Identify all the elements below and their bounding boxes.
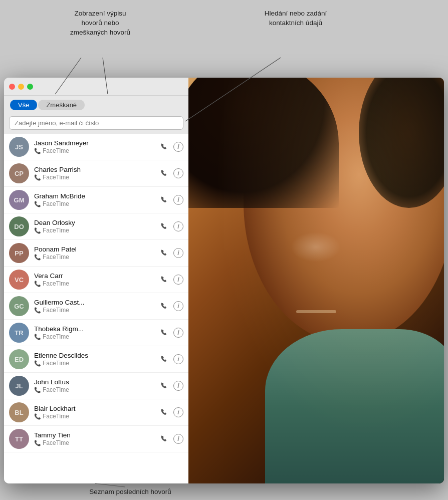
- contact-subtitle-8: 📞 FaceTime: [34, 333, 158, 340]
- contact-subtitle-3: 📞 FaceTime: [34, 200, 158, 207]
- call-button-3[interactable]: [158, 194, 169, 205]
- call-button-7[interactable]: [158, 301, 169, 312]
- contact-info-6: Vera Carr 📞 FaceTime: [34, 272, 158, 287]
- contact-row-2[interactable]: CP Charles Parrish 📞 FaceTime i: [4, 160, 188, 187]
- minimize-button[interactable]: [18, 84, 24, 90]
- contact-name-5: Poonam Patel: [34, 245, 158, 253]
- contact-subtitle-7: 📞 FaceTime: [34, 307, 158, 314]
- contact-subtitle-6: 📞 FaceTime: [34, 280, 158, 287]
- search-input[interactable]: [9, 116, 183, 130]
- call-button-1[interactable]: [158, 141, 169, 152]
- info-button-11[interactable]: i: [173, 407, 183, 417]
- info-button-6[interactable]: i: [173, 275, 183, 285]
- contact-info-7: Guillermo Cast... 📞 FaceTime: [34, 299, 158, 314]
- contact-info-12: Tammy Tien 📞 FaceTime: [34, 431, 158, 446]
- contact-subtitle-2: 📞 FaceTime: [34, 174, 158, 181]
- contact-name-8: Thobeka Rigm...: [34, 325, 158, 333]
- contact-actions-7: i: [158, 301, 183, 312]
- contact-info-8: Thobeka Rigm... 📞 FaceTime: [34, 325, 158, 340]
- annotation-calls: Zobrazení výpisu hovorů nebo zmeškaných …: [60, 9, 140, 38]
- contact-row-10[interactable]: JL John Loftus 📞 FaceTime i: [4, 373, 188, 399]
- contact-row-5[interactable]: PP Poonam Patel 📞 FaceTime i: [4, 240, 188, 267]
- contact-actions-10: i: [158, 380, 183, 391]
- avatar-2: CP: [9, 163, 29, 183]
- facetime-photo: [188, 78, 444, 483]
- info-button-12[interactable]: i: [173, 434, 183, 444]
- contact-subtitle-1: 📞 FaceTime: [34, 147, 158, 154]
- call-button-2[interactable]: [158, 168, 169, 179]
- contact-name-12: Tammy Tien: [34, 431, 158, 439]
- info-button-7[interactable]: i: [173, 301, 183, 311]
- titlebar: [4, 78, 188, 96]
- info-button-10[interactable]: i: [173, 381, 183, 391]
- maximize-button[interactable]: [27, 84, 33, 90]
- contact-row-4[interactable]: DO Dean Orlosky 📞 FaceTime i: [4, 213, 188, 240]
- contact-name-2: Charles Parrish: [34, 166, 158, 173]
- call-button-12[interactable]: [158, 433, 169, 444]
- contact-row-1[interactable]: JS Jason Sandmeyer 📞 FaceTime i: [4, 134, 188, 160]
- contact-row-6[interactable]: VC Vera Carr 📞 FaceTime i: [4, 267, 188, 293]
- tab-all[interactable]: Vše: [10, 100, 37, 110]
- tab-missed[interactable]: Zmeškané: [38, 100, 85, 110]
- contact-row-12[interactable]: TT Tammy Tien 📞 FaceTime i: [4, 426, 188, 452]
- annotation-recent: Seznam posledních hovorů: [80, 487, 180, 497]
- info-button-9[interactable]: i: [173, 354, 183, 364]
- contact-info-1: Jason Sandmeyer 📞 FaceTime: [34, 139, 158, 154]
- call-button-4[interactable]: [158, 221, 169, 232]
- info-button-8[interactable]: i: [173, 328, 183, 338]
- contact-subtitle-12: 📞 FaceTime: [34, 439, 158, 446]
- call-button-9[interactable]: [158, 354, 169, 365]
- search-area: [4, 113, 188, 134]
- call-button-5[interactable]: [158, 247, 169, 259]
- svg-line-3: [95, 483, 125, 487]
- contact-actions-3: i: [158, 194, 183, 205]
- info-button-3[interactable]: i: [173, 195, 183, 205]
- avatar-6: VC: [9, 270, 29, 290]
- contact-info-10: John Loftus 📞 FaceTime: [34, 378, 158, 393]
- contact-row-3[interactable]: GM Graham McBride 📞 FaceTime i: [4, 187, 188, 213]
- avatar-1: JS: [9, 137, 29, 157]
- contact-actions-1: i: [158, 141, 183, 152]
- contact-actions-2: i: [158, 168, 183, 179]
- contact-actions-11: i: [158, 407, 183, 418]
- contact-name-11: Blair Lockhart: [34, 405, 158, 412]
- contact-row-8[interactable]: TR Thobeka Rigm... 📞 FaceTime i: [4, 320, 188, 346]
- contact-subtitle-5: 📞 FaceTime: [34, 254, 158, 261]
- contact-subtitle-9: 📞 FaceTime: [34, 360, 158, 367]
- main-window: Vše Zmeškané JS Jason Sandmeyer 📞 FaceTi…: [4, 78, 444, 483]
- left-panel: Vše Zmeškané JS Jason Sandmeyer 📞 FaceTi…: [4, 78, 188, 483]
- close-button[interactable]: [9, 84, 15, 90]
- call-button-8[interactable]: [158, 327, 169, 338]
- contact-actions-5: i: [158, 247, 183, 259]
- avatar-3: GM: [9, 190, 29, 210]
- info-button-2[interactable]: i: [173, 168, 183, 178]
- info-button-5[interactable]: i: [173, 248, 183, 258]
- contact-info-2: Charles Parrish 📞 FaceTime: [34, 166, 158, 181]
- contact-subtitle-10: 📞 FaceTime: [34, 386, 158, 393]
- contacts-list: JS Jason Sandmeyer 📞 FaceTime i CP: [4, 134, 188, 483]
- contact-row-11[interactable]: BL Blair Lockhart 📞 FaceTime i: [4, 399, 188, 426]
- contact-actions-6: i: [158, 274, 183, 285]
- avatar-12: TT: [9, 429, 29, 449]
- contact-info-11: Blair Lockhart 📞 FaceTime: [34, 405, 158, 420]
- contact-subtitle-11: 📞 FaceTime: [34, 413, 158, 420]
- contact-row-9[interactable]: ED Etienne Desclides 📞 FaceTime i: [4, 346, 188, 373]
- call-button-6[interactable]: [158, 274, 169, 285]
- contact-row-7[interactable]: GC Guillermo Cast... 📞 FaceTime i: [4, 293, 188, 320]
- contact-info-9: Etienne Desclides 📞 FaceTime: [34, 352, 158, 367]
- avatar-10: JL: [9, 376, 29, 396]
- contact-name-4: Dean Orlosky: [34, 219, 158, 226]
- tabs-area: Vše Zmeškané: [4, 96, 188, 113]
- contact-name-1: Jason Sandmeyer: [34, 139, 158, 147]
- contact-actions-4: i: [158, 221, 183, 232]
- info-button-1[interactable]: i: [173, 142, 183, 152]
- call-button-10[interactable]: [158, 380, 169, 391]
- contact-actions-12: i: [158, 433, 183, 444]
- avatar-5: PP: [9, 243, 29, 263]
- contact-info-4: Dean Orlosky 📞 FaceTime: [34, 219, 158, 234]
- contact-name-7: Guillermo Cast...: [34, 299, 158, 306]
- info-button-4[interactable]: i: [173, 221, 183, 231]
- call-button-11[interactable]: [158, 407, 169, 418]
- contact-info-3: Graham McBride 📞 FaceTime: [34, 192, 158, 207]
- contact-name-10: John Loftus: [34, 378, 158, 386]
